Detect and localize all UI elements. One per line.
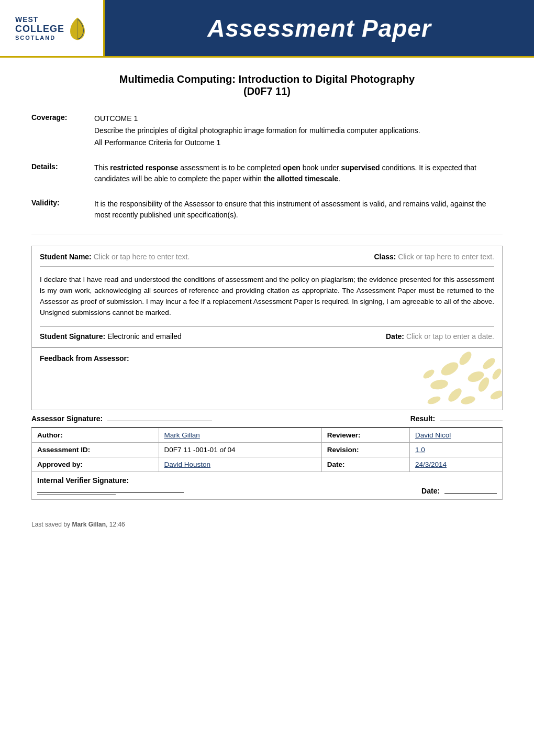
internal-verifier-date: Date:: [421, 487, 497, 495]
logo-scotland: SCOTLAND: [15, 35, 55, 41]
svg-point-12: [427, 395, 442, 406]
student-box: Student Name: Click or tap here to enter…: [31, 246, 503, 347]
assessor-signature-line[interactable]: [107, 421, 212, 421]
svg-point-5: [430, 378, 449, 391]
class-field: Class: Click or tap here to enter text.: [374, 253, 494, 261]
assessor-row: Assessor Signature: Result:: [31, 410, 503, 428]
feedback-box: Feedback from Assessor:: [31, 347, 503, 410]
assessment-id-label-cell: Assessment ID:: [32, 442, 159, 457]
leaf-icon: [67, 15, 88, 41]
footer-text: Last saved by Mark Gillan, 12:46: [31, 521, 125, 528]
date-label: Date:: [327, 461, 345, 468]
author-value-cell: Mark Gillan: [159, 428, 321, 442]
coverage-section: Coverage: OUTCOME 1 Describe the princip…: [31, 113, 503, 149]
internal-verifier-sig-area: Internal Verifier Signature:: [37, 476, 184, 495]
student-name-field: Student Name: Click or tap here to enter…: [40, 253, 190, 261]
student-name-value[interactable]: Click or tap here to enter text.: [94, 253, 190, 261]
assessment-id-label: Assessment ID:: [37, 446, 90, 454]
svg-point-10: [422, 368, 436, 380]
svg-point-7: [489, 389, 502, 401]
assessment-id-value: D0F7 11 -001-01 of 04: [164, 446, 236, 454]
details-content: This restricted response assessment is t…: [94, 162, 503, 185]
info-table: Author: Mark Gillan Reviewer: David Nico…: [31, 428, 503, 472]
student-date-label: Date:: [386, 332, 404, 341]
revision-value-cell: 1.0: [409, 442, 502, 457]
internal-verifier-date-line[interactable]: [444, 493, 497, 494]
revision-label-cell: Revision:: [321, 442, 409, 457]
student-name-label: Student Name:: [40, 253, 92, 261]
declaration-text: I declare that I have read and understoo…: [40, 275, 494, 319]
internal-verifier-text: Internal Verifier Signature:: [37, 476, 129, 485]
reviewer-label: Reviewer:: [327, 431, 361, 439]
internal-verifier-sig-line2[interactable]: [37, 495, 116, 495]
svg-point-2: [457, 349, 474, 367]
footer: Last saved by Mark Gillan, 12:46: [0, 516, 534, 533]
result-field: Result:: [410, 414, 503, 423]
validity-section: Validity: It is the responsibility of th…: [31, 199, 503, 222]
date-label-cell: Date:: [321, 457, 409, 472]
main-content: Multimedia Computing: Introduction to Di…: [0, 58, 534, 516]
revision-label: Revision:: [327, 446, 359, 454]
author-label: Author:: [37, 431, 63, 439]
internal-verifier-sig-line[interactable]: [37, 492, 184, 493]
result-line[interactable]: [440, 421, 503, 421]
coverage-outcome: OUTCOME 1: [94, 113, 503, 124]
approved-by-value-cell: David Houston: [159, 457, 321, 472]
approved-by-label: Approved by:: [37, 461, 83, 468]
details-section: Details: This restricted response assess…: [31, 162, 503, 185]
svg-point-11: [491, 367, 502, 381]
student-signature-label: Student Signature:: [40, 332, 105, 341]
coverage-desc1: Describe the principles of digital photo…: [94, 125, 503, 136]
class-value[interactable]: Click or tap here to enter text.: [398, 253, 494, 261]
svg-point-9: [460, 395, 476, 406]
svg-point-4: [481, 356, 497, 371]
validity-text: It is the responsibility of the Assessor…: [94, 199, 503, 221]
author-value[interactable]: Mark Gillan: [164, 431, 200, 439]
footer-author: Mark Gillan: [72, 521, 106, 528]
internal-verifier-row: Internal Verifier Signature: Date:: [31, 472, 503, 500]
approved-by-value[interactable]: David Houston: [164, 461, 211, 468]
internal-verifier-label: Internal Verifier Signature:: [37, 476, 184, 485]
header-title-area: Assessment Paper: [105, 0, 534, 56]
table-row-author-reviewer: Author: Mark Gillan Reviewer: David Nico…: [32, 428, 503, 442]
title-line1: Multimedia Computing: Introduction to Di…: [31, 73, 503, 85]
table-row-approved-date: Approved by: David Houston Date: 24/3/20…: [32, 457, 503, 472]
internal-verifier-date-label: Date:: [421, 487, 440, 495]
assessment-id-value-cell: D0F7 11 -001-01 of 04: [159, 442, 321, 457]
date-value-cell: 24/3/2014: [409, 457, 502, 472]
revision-value[interactable]: 1.0: [415, 446, 425, 454]
student-signature-value: Electronic and emailed: [107, 332, 182, 341]
document-title: Multimedia Computing: Introduction to Di…: [31, 73, 503, 97]
assessor-signature-label: Assessor Signature:: [31, 414, 103, 423]
logo-college: COLLEGE: [15, 24, 64, 35]
title-line2: (D0F7 11): [31, 85, 503, 97]
logo-area: WEST COLLEGE SCOTLAND: [0, 0, 105, 56]
student-date-value[interactable]: Click or tap to enter a date.: [406, 332, 494, 341]
class-label: Class:: [374, 253, 396, 261]
header: WEST COLLEGE SCOTLAND Assessment Paper: [0, 0, 534, 58]
logo-west: WEST: [15, 15, 38, 24]
reviewer-value-cell: David Nicol: [409, 428, 502, 442]
student-name-class-row: Student Name: Click or tap here to enter…: [40, 253, 494, 267]
validity-content: It is the responsibility of the Assessor…: [94, 199, 503, 222]
author-label-cell: Author:: [32, 428, 159, 442]
student-sig-date-row: Student Signature: Electronic and emaile…: [40, 326, 494, 341]
reviewer-value[interactable]: David Nicol: [415, 431, 451, 439]
date-value[interactable]: 24/3/2014: [415, 461, 447, 468]
document-type-title: Assessment Paper: [207, 14, 431, 42]
svg-point-1: [439, 359, 460, 378]
coverage-content: OUTCOME 1 Describe the principles of dig…: [94, 113, 503, 149]
validity-label: Validity:: [31, 199, 94, 207]
approved-by-label-cell: Approved by:: [32, 457, 159, 472]
student-date-field: Date: Click or tap to enter a date.: [386, 332, 494, 341]
details-text: This restricted response assessment is t…: [94, 162, 503, 184]
separator-line: [31, 235, 503, 235]
coverage-desc2: All Performance Criteria for Outcome 1: [94, 137, 503, 148]
student-signature-field: Student Signature: Electronic and emaile…: [40, 332, 182, 341]
table-row-assessment-revision: Assessment ID: D0F7 11 -001-01 of 04 Rev…: [32, 442, 503, 457]
coverage-label: Coverage:: [31, 113, 94, 122]
decorative-leaves: [303, 348, 502, 410]
assessor-signature-field: Assessor Signature:: [31, 414, 212, 423]
reviewer-label-cell: Reviewer:: [321, 428, 409, 442]
result-label: Result:: [410, 414, 435, 423]
